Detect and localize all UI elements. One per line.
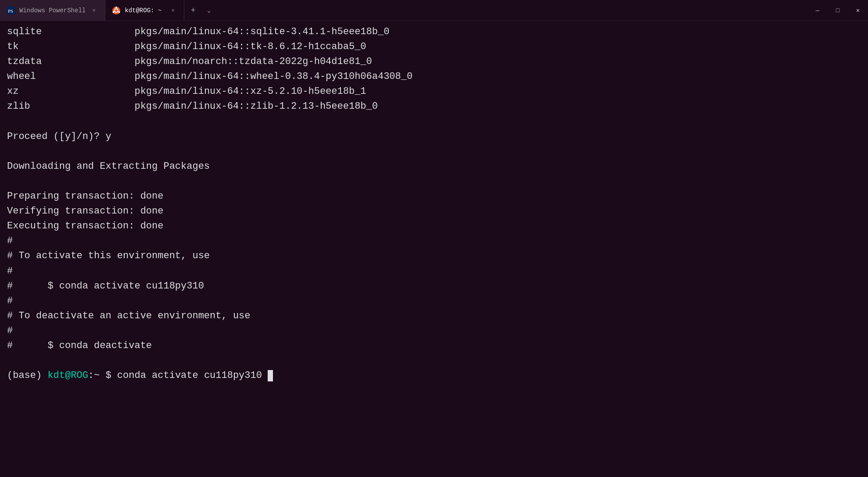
comment-line: # $ conda deactivate [7,338,861,353]
pkg-name: sqlite [7,25,134,39]
svg-text:PS: PS [8,8,13,14]
prompt-path: :~ [88,368,100,383]
pkg-path: pkgs/main/linux-64::tk-8.6.12-h1ccaba5_0 [134,41,366,52]
svg-point-5 [118,11,120,13]
pkg-line: tk pkgs/main/linux-64::tk-8.6.12-h1ccaba… [7,39,861,54]
pkg-name: tzdata [7,54,134,69]
tab-dropdown-button[interactable]: ⌄ [202,0,216,21]
tab-dropdown-icon: ⌄ [207,7,211,14]
tab-powershell-label: Windows PowerShell [19,7,86,14]
comment-line: # [7,234,861,249]
comment-line: # $ conda activate cu118py310 [7,279,861,294]
pkg-path: pkgs/main/linux-64::zlib-1.2.13-h5eee18b… [134,101,378,112]
comment-line: # [7,264,861,279]
tabs-area: PS Windows PowerShell ✕ kdt@ROG: ~ ✕ [0,0,807,21]
comment-line: # To deactivate an active environment, u… [7,309,861,324]
tab-powershell[interactable]: PS Windows PowerShell ✕ [0,0,105,21]
empty-line [7,353,861,368]
pkg-line: tzdata pkgs/main/noarch::tzdata-2022g-h0… [7,54,861,69]
text-line: Verifying transaction: done [7,204,861,219]
titlebar: PS Windows PowerShell ✕ kdt@ROG: ~ ✕ [0,0,868,21]
text-line: Preparing transaction: done [7,189,861,204]
tab-kdt-rog[interactable]: kdt@ROG: ~ ✕ [105,0,184,21]
prompt-line: (base) kdt@ROG:~ $ conda activate cu118p… [7,368,861,383]
minimize-button[interactable]: — [807,0,828,21]
maximize-icon: □ [836,7,839,14]
pkg-path: pkgs/main/linux-64::xz-5.2.10-h5eee18b_1 [134,86,366,97]
pkg-name: tk [7,39,134,54]
minimize-icon: — [816,7,819,14]
svg-point-4 [115,7,117,8]
prompt-dollar: $ [100,368,117,383]
empty-line [7,144,861,159]
pkg-line: sqlite pkgs/main/linux-64::sqlite-3.41.1… [7,25,861,39]
close-icon: ✕ [856,7,860,14]
text-line: Executing transaction: done [7,219,861,234]
comment-line: # To activate this environment, use [7,249,861,263]
empty-line [7,114,861,129]
add-tab-icon: + [191,6,196,15]
terminal-cursor [268,370,273,381]
tab-kdt-rog-close[interactable]: ✕ [169,7,177,14]
pkg-path: pkgs/main/linux-64::sqlite-3.41.1-h5eee1… [134,26,389,37]
pkg-path: pkgs/main/noarch::tzdata-2022g-h04d1e81_… [134,56,372,67]
powershell-icon: PS [7,7,15,14]
add-tab-button[interactable]: + [184,0,202,21]
pkg-line: xz pkgs/main/linux-64::xz-5.2.10-h5eee18… [7,84,861,99]
comment-line: # [7,324,861,338]
pkg-name: xz [7,84,134,99]
svg-point-6 [113,11,115,13]
tab-powershell-close[interactable]: ✕ [90,7,98,14]
comment-line: # [7,294,861,309]
pkg-name: zlib [7,99,134,114]
pkg-name: wheel [7,69,134,84]
prompt-user: kdt@ROG [47,368,88,383]
maximize-button[interactable]: □ [828,0,848,21]
terminal-content[interactable]: sqlite pkgs/main/linux-64::sqlite-3.41.1… [0,21,868,477]
pkg-path: pkgs/main/linux-64::wheel-0.38.4-py310h0… [134,71,412,82]
pkg-line: zlib pkgs/main/linux-64::zlib-1.2.13-h5e… [7,99,861,114]
close-button[interactable]: ✕ [848,0,868,21]
tab-kdt-rog-label: kdt@ROG: ~ [125,7,161,14]
ubuntu-icon [112,7,120,14]
prompt-command: conda activate cu118py310 [117,368,268,383]
empty-line [7,174,861,189]
window-controls: — □ ✕ [807,0,868,21]
text-line: Proceed ([y]/n)? y [7,129,861,144]
pkg-line: wheel pkgs/main/linux-64::wheel-0.38.4-p… [7,69,861,84]
prompt-env: (base) [7,368,47,383]
text-line: Downloading and Extracting Packages [7,159,861,174]
